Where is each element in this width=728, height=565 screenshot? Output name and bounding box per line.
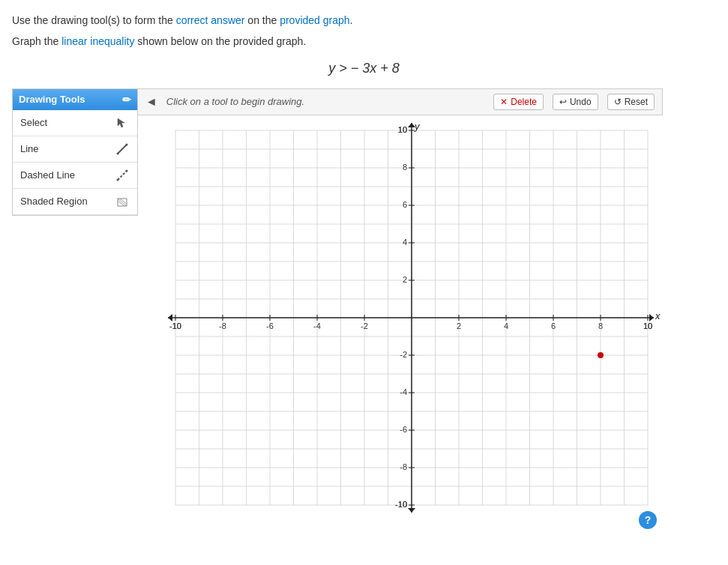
reset-button[interactable]: ↺ Reset — [607, 94, 655, 110]
pencil-icon: ✏ — [122, 94, 131, 106]
undo-button[interactable]: ↩ Undo — [553, 94, 598, 110]
undo-label: Undo — [570, 97, 592, 107]
tool-dashed-line[interactable]: Dashed Line — [13, 163, 137, 189]
tool-line-label: Line — [20, 143, 39, 154]
help-button[interactable]: ? — [639, 511, 657, 529]
tool-select-label: Select — [20, 117, 47, 128]
tool-line[interactable]: Line — [13, 136, 137, 163]
delete-label: Delete — [511, 97, 537, 107]
toolbar-hint: Click on a tool to begin drawing. — [166, 96, 484, 107]
svg-point-1 — [117, 152, 119, 154]
svg-line-7 — [118, 199, 127, 206]
cursor-icon — [115, 115, 130, 130]
line-icon — [115, 142, 130, 157]
svg-point-4 — [117, 178, 119, 181]
tool-shaded-region-label: Shaded Region — [20, 196, 88, 207]
reset-icon: ↺ — [614, 97, 622, 107]
drawing-tools-title: Drawing Tools — [19, 94, 85, 105]
collapse-icon[interactable]: ◄ — [145, 95, 157, 109]
svg-line-0 — [118, 145, 127, 154]
graph-wrapper: ? — [138, 115, 663, 535]
instruction-line1: Use the drawing tool(s) to form the corr… — [12, 12, 716, 28]
tool-dashed-line-label: Dashed Line — [20, 169, 75, 181]
delete-button[interactable]: ✕ Delete — [493, 94, 544, 110]
graph-canvas[interactable] — [138, 115, 663, 535]
instruction-line2: Graph the linear inequality shown below … — [12, 33, 716, 49]
reset-label: Reset — [625, 97, 648, 107]
svg-point-5 — [126, 169, 128, 172]
drawing-tools-panel: Drawing Tools ✏ Select Line Dashed Line — [12, 88, 138, 216]
undo-icon: ↩ — [559, 97, 567, 107]
shaded-region-icon — [115, 194, 130, 209]
tool-shaded-region[interactable]: Shaded Region — [13, 189, 137, 215]
delete-icon: ✕ — [500, 97, 508, 107]
dashed-line-icon — [115, 168, 130, 183]
tool-select[interactable]: Select — [13, 110, 137, 136]
toolbar: ◄ Click on a tool to begin drawing. ✕ De… — [138, 88, 663, 115]
equation-display: y > − 3x + 8 — [12, 61, 716, 76]
drawing-tools-header: Drawing Tools ✏ — [13, 89, 137, 110]
svg-line-3 — [118, 171, 127, 180]
svg-point-2 — [126, 143, 128, 145]
